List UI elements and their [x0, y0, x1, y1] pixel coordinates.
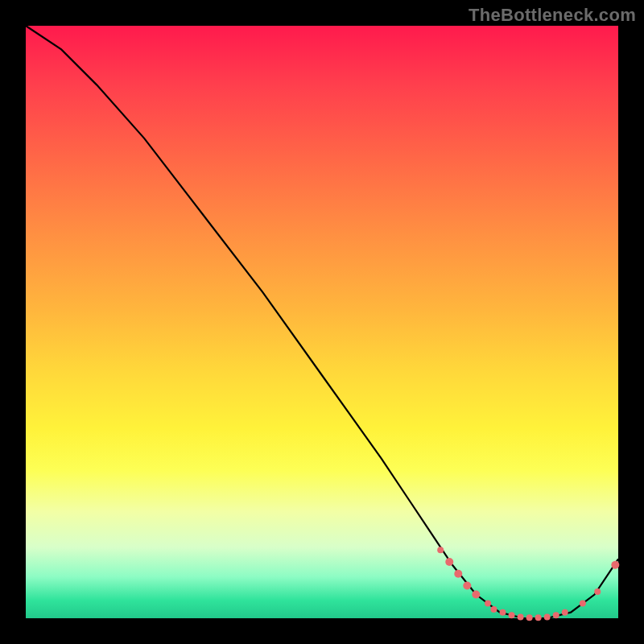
curve-marker — [553, 612, 559, 618]
curve-line — [26, 26, 618, 618]
curve-marker — [454, 570, 462, 578]
curve-marker — [544, 614, 551, 621]
curve-marker — [463, 582, 471, 590]
curve-marker — [499, 609, 506, 616]
curve-marker — [580, 601, 586, 607]
curve-marker — [472, 591, 480, 599]
attribution-label: TheBottleneck.com — [469, 5, 636, 26]
curve-marker — [526, 614, 533, 621]
curve-marker — [509, 612, 515, 618]
curve-markers — [437, 547, 619, 621]
curve-marker — [490, 606, 497, 613]
chart-container: TheBottleneck.com — [0, 0, 644, 644]
plot-area — [26, 26, 618, 618]
curve-marker — [518, 614, 524, 621]
curve-marker — [485, 601, 491, 607]
curve-marker — [535, 614, 542, 621]
curve-marker — [437, 547, 444, 553]
curve-marker — [611, 561, 619, 569]
curve-marker — [562, 609, 568, 616]
chart-svg — [26, 26, 618, 618]
curve-marker — [594, 588, 601, 595]
curve-marker — [445, 558, 453, 566]
